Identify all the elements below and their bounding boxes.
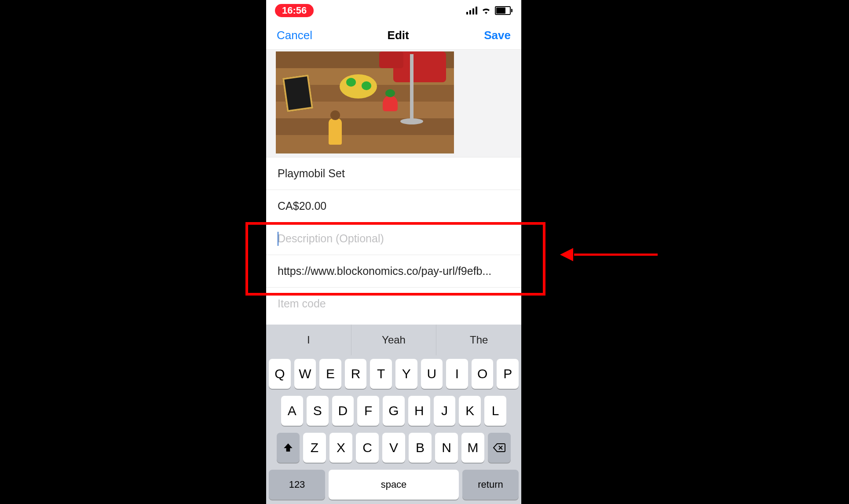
return-key[interactable]: return [462, 470, 519, 500]
status-icons [466, 6, 512, 15]
phone-screen: 16:56 Cancel Edit Save [266, 0, 521, 504]
text-cursor-icon [278, 232, 278, 246]
key-p[interactable]: P [497, 359, 519, 389]
item-price-field[interactable] [266, 190, 521, 222]
key-a[interactable]: A [281, 396, 303, 426]
key-h[interactable]: H [408, 396, 430, 426]
key-m[interactable]: M [461, 433, 484, 463]
backspace-key[interactable] [488, 433, 511, 463]
save-button[interactable]: Save [484, 29, 511, 42]
key-n[interactable]: N [435, 433, 458, 463]
item-code-field[interactable] [266, 288, 521, 320]
key-g[interactable]: G [383, 396, 405, 426]
wifi-icon [481, 7, 491, 15]
key-z[interactable]: Z [303, 433, 326, 463]
suggestion-1[interactable]: I [266, 325, 351, 355]
key-f[interactable]: F [357, 396, 379, 426]
key-t[interactable]: T [370, 359, 392, 389]
annotation-arrow-icon [561, 248, 658, 261]
key-d[interactable]: D [332, 396, 354, 426]
shift-key[interactable] [277, 433, 300, 463]
numbers-key[interactable]: 123 [269, 470, 325, 500]
item-description-field[interactable] [266, 223, 521, 255]
keyboard-suggestions: I Yeah The [266, 325, 521, 355]
key-y[interactable]: Y [395, 359, 417, 389]
key-x[interactable]: X [329, 433, 352, 463]
key-l[interactable]: L [484, 396, 506, 426]
key-o[interactable]: O [472, 359, 494, 389]
product-image-row[interactable] [266, 50, 521, 157]
key-c[interactable]: C [356, 433, 379, 463]
nav-bar: Cancel Edit Save [266, 21, 521, 50]
key-k[interactable]: K [459, 396, 481, 426]
page-title: Edit [388, 29, 409, 42]
key-w[interactable]: W [294, 359, 316, 389]
status-bar: 16:56 [266, 0, 521, 21]
item-name-field[interactable] [266, 157, 521, 190]
key-b[interactable]: B [409, 433, 432, 463]
product-image-thumbnail[interactable] [276, 51, 454, 153]
key-r[interactable]: R [345, 359, 367, 389]
key-s[interactable]: S [307, 396, 329, 426]
key-e[interactable]: E [319, 359, 341, 389]
key-j[interactable]: J [434, 396, 456, 426]
suggestion-3[interactable]: The [436, 325, 521, 355]
battery-icon [495, 6, 512, 15]
suggestion-2[interactable]: Yeah [351, 325, 437, 355]
key-v[interactable]: V [382, 433, 405, 463]
space-key[interactable]: space [329, 470, 459, 500]
key-i[interactable]: I [446, 359, 468, 389]
key-u[interactable]: U [421, 359, 443, 389]
item-url-field[interactable] [266, 255, 521, 287]
ios-keyboard: I Yeah The Q W E R T Y U I O P A [266, 325, 521, 504]
cancel-button[interactable]: Cancel [277, 29, 312, 42]
recording-time-pill: 16:56 [275, 4, 314, 17]
cellular-signal-icon [466, 7, 477, 15]
key-q[interactable]: Q [269, 359, 291, 389]
